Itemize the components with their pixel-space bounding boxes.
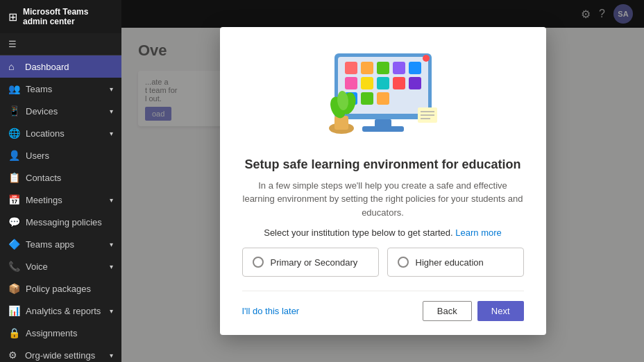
messaging-icon: 💬 [8, 216, 20, 227]
sidebar-item-teams-apps[interactable]: 🔷 Teams apps ▾ [0, 233, 121, 255]
sidebar-item-label: Devices [26, 106, 104, 117]
chevron-down-icon: ▾ [110, 107, 113, 115]
svg-rect-4 [377, 62, 389, 74]
app-grid-icon: ⊞ [8, 10, 17, 24]
dialog-select-label: Select your institution type below to ge… [264, 227, 502, 238]
svg-point-26 [423, 55, 430, 62]
option-label-primary-secondary: Primary or Secondary [271, 257, 358, 268]
sidebar-item-teams[interactable]: 👥 Teams ▾ [0, 78, 121, 100]
svg-rect-9 [377, 77, 389, 89]
svg-rect-8 [361, 77, 373, 89]
option-higher-education[interactable]: Higher education [387, 248, 524, 277]
sidebar-hamburger[interactable]: ☰ [0, 33, 121, 55]
radio-primary-secondary[interactable] [253, 257, 264, 268]
analytics-icon: 📊 [8, 305, 20, 316]
dialog-illustration [314, 46, 452, 144]
sidebar: ⊞ Microsoft Teams admin center ☰ ⌂ Dashb… [0, 0, 121, 362]
sidebar-item-label: Messaging policies [26, 217, 113, 227]
next-button[interactable]: Next [477, 301, 524, 321]
dialog-description: In a few simple steps we'll help you cre… [242, 179, 524, 220]
policy-icon: 📦 [8, 283, 20, 294]
dashboard-icon: ⌂ [8, 61, 19, 72]
chevron-down-icon: ▾ [110, 307, 113, 315]
sidebar-item-messaging[interactable]: 💬 Messaging policies [0, 211, 121, 233]
svg-rect-16 [362, 126, 404, 132]
sidebar-item-analytics[interactable]: 📊 Analytics & reports ▾ [0, 300, 121, 322]
sidebar-item-label: Voice [26, 261, 104, 272]
svg-rect-2 [345, 62, 357, 74]
dialog-options: Primary or Secondary Higher education [242, 248, 524, 277]
sidebar-item-label: Users [26, 150, 113, 161]
teams-apps-icon: 🔷 [8, 239, 20, 250]
svg-rect-13 [361, 92, 373, 105]
sidebar-item-label: Dashboard [25, 62, 113, 72]
main-content: ⚙ ? SA Ove ...ate at team forl out. oad … [121, 0, 644, 362]
dialog-title: Setup safe learning environment for educ… [244, 157, 520, 172]
sidebar-item-label: Org-wide settings [25, 350, 104, 361]
svg-rect-5 [393, 62, 405, 74]
users-icon: 👤 [8, 150, 20, 161]
chevron-down-icon: ▾ [110, 85, 113, 93]
learn-more-link[interactable]: Learn more [455, 227, 501, 238]
sidebar-item-dashboard[interactable]: ⌂ Dashboard [0, 55, 121, 78]
sidebar-item-org-wide[interactable]: ⚙ Org-wide settings ▾ [0, 344, 121, 362]
voice-icon: 📞 [8, 261, 20, 272]
sidebar-item-voice[interactable]: 📞 Voice ▾ [0, 255, 121, 277]
sidebar-item-locations[interactable]: 🌐 Locations ▾ [0, 122, 121, 144]
sidebar-item-contacts[interactable]: 📋 Contacts [0, 166, 121, 189]
footer-buttons: Back Next [423, 301, 524, 321]
sidebar-item-label: Policy packages [26, 284, 113, 294]
locations-icon: 🌐 [8, 128, 20, 139]
sidebar-item-devices[interactable]: 📱 Devices ▾ [0, 100, 121, 122]
chevron-down-icon: ▾ [110, 130, 113, 137]
sidebar-item-label: Assignments [26, 328, 113, 338]
chevron-down-icon: ▾ [110, 263, 113, 270]
chevron-down-icon: ▾ [110, 196, 113, 204]
contacts-icon: 📋 [8, 172, 20, 183]
meetings-icon: 📅 [8, 194, 20, 205]
dialog: Setup safe learning environment for educ… [220, 27, 546, 336]
sidebar-item-users[interactable]: 👤 Users [0, 144, 121, 166]
back-button[interactable]: Back [423, 301, 472, 321]
sidebar-item-policy[interactable]: 📦 Policy packages [0, 277, 121, 300]
devices-icon: 📱 [8, 105, 20, 117]
sidebar-item-assignments[interactable]: 🔒 Assignments [0, 322, 121, 344]
svg-rect-6 [409, 62, 421, 74]
sidebar-item-label: Teams apps [26, 239, 104, 250]
svg-rect-14 [377, 92, 389, 105]
sidebar-header: ⊞ Microsoft Teams admin center [0, 0, 121, 33]
svg-rect-7 [345, 77, 357, 89]
svg-rect-11 [409, 77, 421, 89]
sidebar-item-label: Meetings [26, 195, 104, 205]
svg-rect-10 [393, 77, 405, 89]
radio-higher-education[interactable] [398, 257, 409, 268]
option-primary-secondary[interactable]: Primary or Secondary [242, 248, 379, 277]
chevron-down-icon: ▾ [110, 241, 113, 248]
option-label-higher-education: Higher education [416, 257, 484, 268]
sidebar-item-label: Teams [26, 84, 104, 94]
dialog-footer: I'll do this later Back Next [242, 291, 524, 321]
do-this-later-link[interactable]: I'll do this later [242, 306, 300, 316]
org-wide-icon: ⚙ [8, 350, 19, 361]
svg-rect-3 [361, 62, 373, 74]
overlay-backdrop: Setup safe learning environment for educ… [121, 0, 644, 362]
sidebar-item-meetings[interactable]: 📅 Meetings ▾ [0, 189, 121, 211]
assignments-icon: 🔒 [8, 327, 20, 338]
sidebar-item-label: Locations [26, 128, 104, 139]
app-title: Microsoft Teams admin center [23, 7, 113, 26]
chevron-down-icon: ▾ [110, 352, 113, 359]
sidebar-item-label: Analytics & reports [26, 306, 104, 316]
teams-icon: 👥 [8, 83, 20, 94]
sidebar-item-label: Contacts [26, 173, 113, 183]
